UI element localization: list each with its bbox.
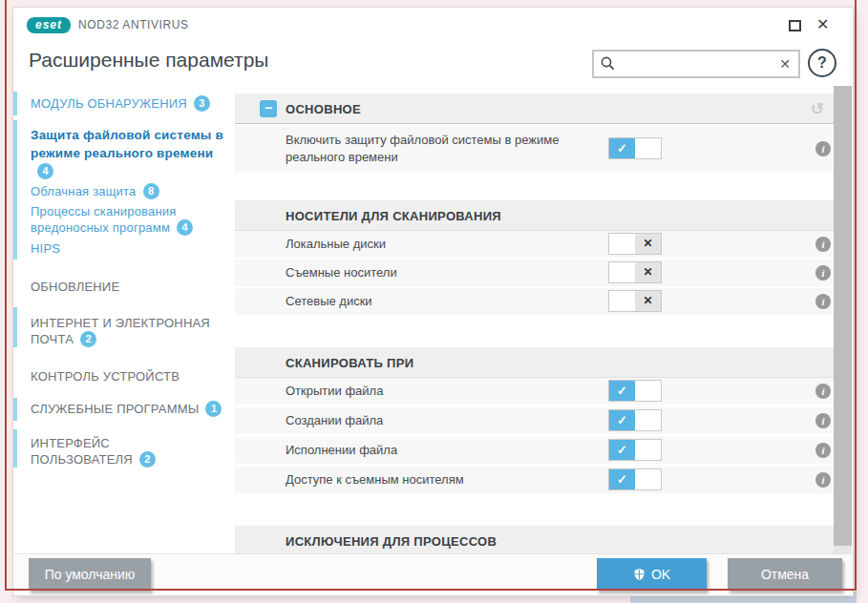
info-icon[interactable]: i — [815, 141, 831, 156]
toggle-removable-access[interactable]: ✓ — [608, 468, 662, 490]
setting-label: Исполнении файла — [286, 437, 397, 464]
setting-label: Включить защиту файловой системы в режим… — [286, 132, 615, 166]
search-box[interactable]: ✕ — [592, 50, 800, 78]
info-icon[interactable]: i — [815, 265, 831, 281]
toggle-knob — [635, 381, 661, 401]
sidebar-indicator — [13, 120, 17, 260]
sidebar-item-label: КОНТРОЛЬ УСТРОЙСТВ — [31, 369, 180, 384]
badge: 4 — [177, 219, 193, 236]
info-icon[interactable]: i — [815, 294, 831, 309]
section-title: ОСНОВНОЕ — [286, 102, 361, 116]
badge: 4 — [37, 163, 53, 179]
sidebar-item-realtime-protection[interactable]: Защита файловой системы в режиме реально… — [31, 126, 231, 180]
toggle-file-execution[interactable]: ✓ — [608, 439, 662, 461]
eset-settings-window: eset NOD32 ANTIVIRUS ✕ Расширенные парам… — [13, 8, 853, 595]
cancel-button[interactable]: Отмена — [728, 558, 842, 591]
product-name: NOD32 ANTIVIRUS — [78, 18, 189, 31]
toggle-removable-media[interactable]: ✕ — [608, 261, 662, 283]
toggle-local-drives[interactable]: ✕ — [608, 233, 662, 255]
check-icon: ✓ — [609, 440, 635, 460]
setting-row-local-drives: Локальные диски ✕ i — [235, 231, 836, 258]
info-icon[interactable]: i — [815, 384, 831, 399]
sidebar-item-web-email[interactable]: ИНТЕРНЕТ И ЭЛЕКТРОННАЯ ПОЧТА2 — [31, 315, 231, 347]
sidebar-item-label: ОБНОВЛЕНИЕ — [31, 280, 119, 294]
badge: 8 — [143, 183, 159, 199]
sidebar-item-update[interactable]: ОБНОВЛЕНИЕ — [31, 279, 231, 295]
sidebar-item-cloud-protection[interactable]: Облачная защита8 — [31, 183, 231, 199]
sidebar-item-label: Защита файловой системы в режиме реально… — [31, 128, 223, 160]
search-icon — [600, 55, 617, 73]
sidebar-item-label: ИНТЕРНЕТ И ЭЛЕКТРОННАЯ ПОЧТА — [31, 316, 210, 346]
setting-row-network-drives: Сетевые диски ✕ i — [235, 288, 836, 315]
section-header-scan-on: СКАНИРОВАТЬ ПРИ — [235, 347, 836, 378]
badge: 2 — [80, 331, 96, 347]
sidebar-item-hips[interactable]: HIPS — [31, 240, 231, 257]
setting-label: Сетевые диски — [286, 288, 372, 315]
setting-label: Создании файла — [286, 407, 383, 434]
sidebar-item-label: Облачная защита — [31, 184, 137, 198]
info-icon[interactable]: i — [815, 413, 831, 428]
setting-label: Локальные диски — [286, 231, 386, 258]
maximize-icon[interactable] — [789, 20, 801, 31]
toggle-knob — [609, 234, 635, 254]
sidebar-item-label: Процессы сканирования вредоносных програ… — [31, 204, 177, 235]
toggle-knob — [609, 262, 635, 282]
check-icon: ✓ — [609, 469, 635, 489]
cross-icon: ✕ — [635, 234, 661, 254]
section-title: ИСКЛЮЧЕНИЯ ДЛЯ ПРОЦЕССОВ — [286, 534, 497, 549]
setting-row-removable-access: Доступе к съемным носителям ✓ i — [235, 467, 836, 493]
sidebar-item-label: ИНТЕРФЕЙС ПОЛЬЗОВАТЕЛЯ — [31, 436, 133, 467]
default-button[interactable]: По умолчанию — [29, 558, 151, 591]
eset-logo-icon: eset — [27, 17, 71, 33]
button-label: Отмена — [761, 567, 809, 582]
toggle-network-drives[interactable]: ✕ — [608, 290, 662, 312]
toggle-enable-realtime[interactable]: ✓ — [608, 137, 662, 159]
info-icon[interactable]: i — [815, 472, 831, 488]
button-label: OK — [651, 567, 670, 582]
search-clear-icon[interactable]: ✕ — [777, 56, 793, 72]
uac-shield-icon — [633, 568, 646, 581]
cross-icon: ✕ — [635, 291, 661, 311]
sidebar-item-malware-scans[interactable]: Процессы сканирования вредоносных програ… — [31, 203, 231, 236]
help-icon[interactable]: ? — [808, 49, 836, 77]
scrollbar-track[interactable] — [834, 86, 852, 553]
toggle-knob — [635, 469, 661, 489]
scrollbar-thumb[interactable] — [834, 86, 852, 546]
footer-bar: По умолчанию OK Отмена — [13, 553, 853, 595]
setting-row-file-execution: Исполнении файла ✓ i — [235, 437, 836, 464]
sidebar-indicator — [13, 307, 17, 347]
section-title: СКАНИРОВАТЬ ПРИ — [286, 356, 413, 370]
sidebar-item-label: HIPS — [31, 241, 60, 256]
toggle-knob — [609, 291, 635, 311]
toggle-knob — [635, 440, 661, 460]
badge: 1 — [205, 401, 222, 417]
sidebar-item-label: СЛУЖЕБНЫЕ ПРОГРАММЫ — [31, 402, 199, 416]
toggle-file-open[interactable]: ✓ — [608, 380, 662, 402]
section-header-media: НОСИТЕЛИ ДЛЯ СКАНИРОВАНИЯ — [235, 200, 836, 231]
section-header-basic: − ОСНОВНОЕ ↺ — [235, 94, 836, 124]
info-icon[interactable]: i — [815, 443, 831, 458]
sidebar-item-tools[interactable]: СЛУЖЕБНЫЕ ПРОГРАММЫ1 — [31, 401, 231, 417]
close-icon[interactable]: ✕ — [816, 15, 829, 34]
collapse-icon[interactable]: − — [260, 100, 277, 117]
setting-label: Доступе к съемным носителям — [286, 467, 464, 493]
sidebar-indicator — [13, 92, 17, 115]
sidebar-item-detection-engine[interactable]: МОДУЛЬ ОБНАРУЖЕНИЯ3 — [31, 95, 231, 112]
toggle-knob — [635, 410, 661, 430]
info-icon[interactable]: i — [815, 237, 831, 252]
sidebar-item-device-control[interactable]: КОНТРОЛЬ УСТРОЙСТВ — [31, 368, 231, 385]
toggle-file-creation[interactable]: ✓ — [608, 409, 662, 431]
badge: 3 — [194, 95, 210, 112]
sidebar-indicator — [13, 429, 17, 468]
setting-row-enable-realtime: Включить защиту файловой системы в режим… — [235, 125, 836, 173]
sidebar-item-label: МОДУЛЬ ОБНАРУЖЕНИЯ — [31, 96, 187, 111]
sidebar-item-user-interface[interactable]: ИНТЕРФЕЙС ПОЛЬЗОВАТЕЛЯ2 — [31, 435, 183, 468]
search-input[interactable] — [617, 53, 777, 74]
setting-row-file-creation: Создании файла ✓ i — [235, 407, 836, 434]
button-label: По умолчанию — [45, 567, 136, 582]
undo-icon[interactable]: ↺ — [811, 99, 824, 119]
toggle-knob — [635, 138, 661, 158]
ok-button[interactable]: OK — [597, 558, 707, 591]
check-icon: ✓ — [609, 138, 635, 158]
badge: 2 — [139, 451, 156, 468]
